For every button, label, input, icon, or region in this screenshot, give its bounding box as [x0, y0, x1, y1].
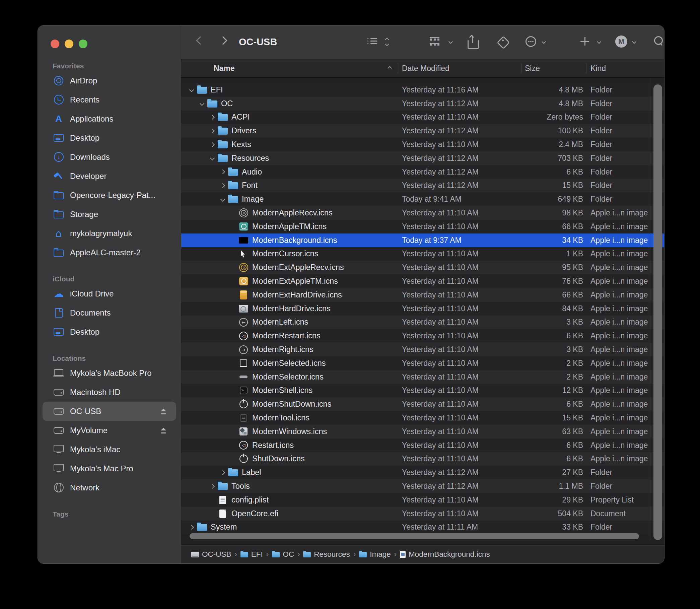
- sidebar-item-documents[interactable]: Documents: [42, 303, 176, 322]
- column-separator[interactable]: [521, 63, 522, 74]
- disclosure-chevron-icon[interactable]: [221, 183, 225, 188]
- more-actions-chevron-icon[interactable]: [542, 39, 546, 44]
- file-row-font[interactable]: FontYesterday at 11:12 AM15 KBFolder: [181, 179, 664, 193]
- sidebar-item-applications[interactable]: Applications: [42, 109, 176, 128]
- file-row-modernwindows-icns[interactable]: ModernWindows.icnsYesterday at 11:10 AM6…: [181, 425, 664, 438]
- minimize-button[interactable]: [65, 39, 73, 48]
- file-row-modernbackground-icns[interactable]: ModernBackground.icnsToday at 9:37 AM34 …: [181, 233, 664, 247]
- new-item-chevron-icon[interactable]: [597, 39, 601, 44]
- file-row-kexts[interactable]: KextsYesterday at 11:10 AM2.4 MBFolder: [181, 138, 664, 152]
- sidebar-item-mykolagrymalyuk[interactable]: mykolagrymalyuk: [42, 224, 176, 243]
- path-item-oc-usb[interactable]: OC-USB: [191, 550, 231, 559]
- sidebar-item-opencore-legacy-pat-[interactable]: Opencore-Legacy-Pat...: [42, 186, 176, 205]
- eject-icon[interactable]: [160, 409, 167, 414]
- disclosure-chevron-icon[interactable]: [199, 101, 204, 106]
- file-row-drivers[interactable]: DriversYesterday at 11:12 AM100 KBFolder: [181, 124, 664, 138]
- sidebar-item-mykola-s-macbook-pro[interactable]: Mykola’s MacBook Pro: [42, 363, 176, 383]
- sidebar-item-downloads[interactable]: Downloads: [42, 147, 176, 167]
- file-row-modernextappletm-icns[interactable]: ModernExtAppleTM.icnsYesterday at 11:10 …: [181, 274, 664, 288]
- file-row-modernappletm-icns[interactable]: ModernAppleTM.icnsYesterday at 11:10 AM6…: [181, 220, 664, 233]
- sidebar-item-mykola-s-imac[interactable]: Mykola’s iMac: [42, 440, 176, 459]
- file-row-modernrestart-icns[interactable]: ◁ModernRestart.icnsYesterday at 11:10 AM…: [181, 329, 664, 343]
- file-row-modernharddrive-icns[interactable]: ModernHardDrive.icnsYesterday at 11:10 A…: [181, 302, 664, 316]
- new-item-icon[interactable]: [580, 37, 590, 46]
- horizontal-scrollbar[interactable]: [190, 533, 639, 539]
- file-row-oc[interactable]: OCYesterday at 11:12 AM4.8 MBFolder: [181, 97, 664, 110]
- more-actions-icon[interactable]: [525, 36, 536, 47]
- vertical-scrollbar[interactable]: [653, 84, 662, 540]
- path-item-modernbackground-icns[interactable]: ModernBackground.icns: [400, 550, 490, 559]
- file-row-modernextharddrive-icns[interactable]: ModernExtHardDrive.icnsYesterday at 11:1…: [181, 288, 664, 302]
- file-row-system[interactable]: SystemYesterday at 11:11 AM33 KBFolder: [181, 521, 664, 534]
- sidebar-item-icloud-drive[interactable]: iCloud Drive: [42, 284, 176, 303]
- search-icon[interactable]: [654, 36, 664, 46]
- account-chevron-icon[interactable]: [632, 39, 636, 44]
- sidebar-item-developer[interactable]: Developer: [42, 167, 176, 186]
- zoom-button[interactable]: [79, 39, 87, 48]
- sidebar-item-storage[interactable]: Storage: [42, 205, 176, 224]
- column-header-date[interactable]: Date Modified: [402, 64, 450, 73]
- file-row-modernleft-icns[interactable]: ←ModernLeft.icnsYesterday at 11:10 AM3 K…: [181, 316, 664, 329]
- file-row-efi[interactable]: EFIYesterday at 11:16 AM4.8 MBFolder: [181, 83, 664, 97]
- file-row-audio[interactable]: AudioYesterday at 11:12 AM6 KBFolder: [181, 165, 664, 179]
- column-separator[interactable]: [586, 63, 587, 74]
- sidebar-item-desktop[interactable]: Desktop: [42, 128, 176, 147]
- file-row-moderntool-icns[interactable]: ModernTool.icnsYesterday at 11:10 AM15 K…: [181, 411, 664, 425]
- disclosure-chevron-icon[interactable]: [221, 170, 225, 174]
- file-row-restart-icns[interactable]: ◁Restart.icnsYesterday at 11:10 AM6 KBAp…: [181, 438, 664, 452]
- column-separator[interactable]: [398, 63, 398, 74]
- column-header-kind[interactable]: Kind: [591, 64, 606, 73]
- sidebar-item-myvolume[interactable]: MyVolume: [42, 421, 176, 440]
- account-avatar[interactable]: M: [615, 35, 627, 48]
- sidebar-item-applealc-master-2[interactable]: AppleALC-master-2: [42, 243, 176, 262]
- tag-icon[interactable]: [498, 37, 508, 47]
- file-row-modernapplerecv-icns[interactable]: ModernAppleRecv.icnsYesterday at 11:10 A…: [181, 206, 664, 220]
- file-row-modernshutdown-icns[interactable]: ModernShutDown.icnsYesterday at 11:10 AM…: [181, 397, 664, 411]
- share-icon[interactable]: [468, 36, 477, 47]
- sidebar-item-oc-usb[interactable]: OC-USB: [42, 402, 176, 421]
- path-item-efi[interactable]: EFI: [241, 550, 263, 559]
- file-row-modernselector-icns[interactable]: ModernSelector.icnsYesterday at 11:10 AM…: [181, 370, 664, 384]
- view-sort-chevrons-icon[interactable]: [385, 37, 390, 46]
- sidebar-item-desktop[interactable]: Desktop: [42, 322, 176, 341]
- path-item-image[interactable]: Image: [359, 550, 391, 559]
- close-button[interactable]: [51, 39, 59, 48]
- sidebar-item-network[interactable]: Network: [42, 478, 176, 497]
- disclosure-chevron-icon[interactable]: [221, 197, 225, 202]
- forward-button[interactable]: [219, 36, 227, 45]
- disclosure-chevron-icon[interactable]: [210, 115, 215, 120]
- file-row-resources[interactable]: ResourcesYesterday at 11:12 AM703 KBFold…: [181, 152, 664, 165]
- column-header-size[interactable]: Size: [525, 64, 540, 73]
- file-row-opencore-efi[interactable]: OpenCore.efiYesterday at 11:10 AM504 KBD…: [181, 507, 664, 521]
- file-row-modernselected-icns[interactable]: ModernSelected.icnsYesterday at 11:10 AM…: [181, 356, 664, 370]
- file-row-modernextapplerecv-icns[interactable]: ModernExtAppleRecv.icnsYesterday at 11:1…: [181, 261, 664, 274]
- column-header-name[interactable]: Name: [214, 64, 235, 73]
- file-row-config-plist[interactable]: config.plistYesterday at 11:10 AM29 KBPr…: [181, 493, 664, 507]
- disclosure-chevron-icon[interactable]: [210, 484, 215, 488]
- file-row-image[interactable]: ImageToday at 9:41 AM649 KBFolder: [181, 192, 664, 206]
- file-row-tools[interactable]: ToolsYesterday at 11:12 AM1.1 MBFolder: [181, 480, 664, 493]
- disclosure-chevron-icon[interactable]: [221, 470, 225, 475]
- file-row-acpi[interactable]: ACPIYesterday at 11:10 AMZero bytesFolde…: [181, 110, 664, 124]
- list-view-icon[interactable]: [367, 37, 378, 46]
- file-row-modernshell-icns[interactable]: ModernShell.icnsYesterday at 11:10 AM12 …: [181, 384, 664, 398]
- file-row-moderncursor-icns[interactable]: ModernCursor.icnsYesterday at 11:10 AM1 …: [181, 247, 664, 261]
- file-row-shutdown-icns[interactable]: ShutDown.icnsYesterday at 11:10 AM6 KBAp…: [181, 452, 664, 466]
- disclosure-chevron-icon[interactable]: [210, 156, 215, 160]
- file-row-label[interactable]: LabelYesterday at 11:12 AM27 KBFolder: [181, 466, 664, 480]
- path-item-oc[interactable]: OC: [272, 550, 294, 559]
- group-by-chevron-icon[interactable]: [449, 39, 453, 44]
- path-item-resources[interactable]: Resources: [303, 550, 350, 559]
- sidebar-item-airdrop[interactable]: AirDrop: [42, 71, 176, 90]
- disclosure-chevron-icon[interactable]: [210, 142, 215, 147]
- sidebar-item-macintosh-hd[interactable]: Macintosh HD: [42, 383, 176, 402]
- disclosure-chevron-icon[interactable]: [189, 87, 194, 92]
- sidebar-item-recents[interactable]: Recents: [42, 90, 176, 109]
- eject-icon[interactable]: [160, 428, 167, 433]
- file-row-modernright-icns[interactable]: →ModernRight.icnsYesterday at 11:10 AM3 …: [181, 343, 664, 356]
- sidebar-item-mykola-s-mac-pro[interactable]: Mykola’s Mac Pro: [42, 459, 176, 478]
- back-button[interactable]: [196, 36, 204, 45]
- group-by-icon[interactable]: [430, 37, 441, 47]
- disclosure-chevron-icon[interactable]: [189, 525, 194, 529]
- disclosure-chevron-icon[interactable]: [210, 129, 215, 133]
